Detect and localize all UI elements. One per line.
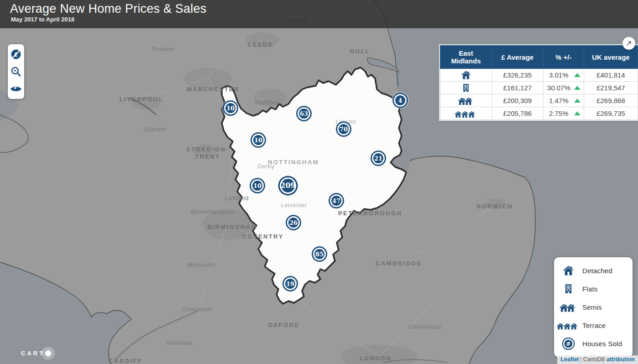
houses-sold-marker[interactable]: 47 xyxy=(330,194,343,207)
map-label-preston: Preston xyxy=(152,46,174,52)
houses-sold-marker[interactable]: 26 xyxy=(287,216,300,229)
legend-item-houses-sold: Houses Sold xyxy=(554,334,633,353)
legend-panel: Detached Flats Semis Terrace Houses Sold xyxy=(554,257,633,357)
map-label-coventry: COVENTRY xyxy=(242,233,284,240)
houses-sold-marker[interactable]: 4 xyxy=(394,94,407,107)
map-label-worcester: Worcester xyxy=(187,262,215,268)
map-label-stoke-on-: STOKE-ON- xyxy=(186,146,229,153)
map-label-norwich: NORWICH xyxy=(476,203,513,210)
legend-item-terrace: Terrace xyxy=(554,316,633,334)
marker-count: 47 xyxy=(332,198,340,204)
toggle-layers-button[interactable] xyxy=(9,82,23,96)
toggle-prices-button[interactable]: £ xyxy=(9,47,23,61)
map-label-liverpool: LIVERPOOL xyxy=(120,96,164,103)
map-label-oxford: OXFORD xyxy=(268,322,300,328)
average-price-value: £205,786 xyxy=(492,107,543,120)
flats-icon xyxy=(554,284,582,294)
map-label-london: LONDON xyxy=(360,355,392,362)
eye-icon xyxy=(10,84,22,94)
map-label-leicester: Leicester xyxy=(281,202,307,208)
legend-item-detached: Detached xyxy=(554,261,633,280)
pound-slash-icon: £ xyxy=(10,48,22,60)
legend-label: Flats xyxy=(582,285,598,293)
carto-logo-text: CART xyxy=(21,350,45,357)
uk-average-value: £219,547 xyxy=(584,82,638,94)
houses-sold-icon xyxy=(554,337,582,350)
marker-count: 21 xyxy=(374,156,382,161)
header-band: Average New Home Prices & Sales May 2017… xyxy=(0,0,638,28)
zoom-out-icon xyxy=(10,66,21,77)
houses-sold-marker[interactable]: 10 xyxy=(251,179,264,192)
houses-sold-marker[interactable]: 63 xyxy=(298,107,310,120)
marker-count: 26 xyxy=(289,220,298,226)
table-row-semis: £200,309 1.47% £269,868 xyxy=(440,94,638,107)
collapse-table-button[interactable] xyxy=(622,37,635,50)
map-label-cardiff: CARDIFF xyxy=(109,358,142,364)
uk-average-value: £269,868 xyxy=(584,94,638,107)
legend-label: Semis xyxy=(582,303,602,311)
expand-arrow-icon xyxy=(625,40,633,47)
change-value: 3.01% xyxy=(544,71,574,79)
page-subtitle: May 2017 to April 2018 xyxy=(11,16,638,23)
marker-count: 70 xyxy=(340,126,348,132)
legend-item-semis: Semis xyxy=(554,298,633,316)
houses-sold-marker[interactable]: 19 xyxy=(284,277,297,290)
page-title: Average New Home Prices & Sales xyxy=(10,2,638,16)
zoom-out-button[interactable] xyxy=(9,65,23,78)
legend-label: Houses Sold xyxy=(582,340,622,348)
price-table: East Midlands £ Average % +/- UK average… xyxy=(440,45,638,120)
flats-icon xyxy=(440,82,492,94)
map-application: YORKLEEDSHULLPrestonMANCHESTERLIVERPOOLC… xyxy=(0,0,638,364)
map-label-birmingham: BIRMINGHAM xyxy=(207,224,257,230)
houses-sold-marker[interactable]: 10 xyxy=(252,134,265,146)
marker-count: 10 xyxy=(254,137,262,143)
cartodb-text: CartoDB xyxy=(583,356,605,363)
column-header-region: East Midlands xyxy=(440,46,492,69)
map-label-manchester: MANCHESTER xyxy=(187,86,240,93)
houses-sold-marker[interactable]: 70 xyxy=(337,123,350,135)
map-label-chester: Chester xyxy=(144,126,167,133)
column-header-average: £ Average xyxy=(492,46,543,69)
average-price-value: £161,127 xyxy=(492,82,543,94)
change-value: 2.75% xyxy=(544,109,574,117)
marker-count: 63 xyxy=(300,111,308,117)
change-value: 30.07% xyxy=(544,84,574,92)
trend-up-icon xyxy=(574,99,580,103)
column-header-change: % +/- xyxy=(543,46,584,69)
table-row-detached: £326,235 3.01% £401,814 xyxy=(440,69,638,82)
semis-icon xyxy=(440,94,492,107)
attribution-link[interactable]: attribution xyxy=(607,356,635,363)
carto-logo[interactable]: CART xyxy=(21,350,51,357)
terrace-icon xyxy=(554,321,582,330)
semis-icon xyxy=(554,302,582,312)
map-label-peterborough: PETERBOROUGH xyxy=(338,210,402,217)
leaflet-link[interactable]: Leaflet xyxy=(560,356,579,363)
change-value-cell: 2.75% xyxy=(543,107,584,120)
average-price-value: £326,235 xyxy=(492,69,543,82)
change-value-cell: 1.47% xyxy=(543,94,584,107)
marker-count: 19 xyxy=(286,281,294,287)
table-header-row: East Midlands £ Average % +/- UK average xyxy=(440,46,638,69)
detached-house-icon xyxy=(440,69,492,82)
map-label-trent: TRENT xyxy=(195,153,220,160)
trend-up-icon xyxy=(574,73,580,77)
map-label-wolverhampton: Wolverhampton xyxy=(191,209,235,215)
map-label-sheffield: Sheffield xyxy=(254,99,279,106)
map-label-nottingham: NOTTINGHAM xyxy=(268,159,319,166)
marker-count: 209 xyxy=(280,182,295,189)
change-value: 1.47% xyxy=(544,97,574,104)
marker-count: 85 xyxy=(315,251,324,257)
houses-sold-marker[interactable]: 10 xyxy=(224,102,237,114)
uk-average-value: £269,735 xyxy=(584,107,638,120)
table-row-terrace: £205,786 2.75% £269,735 xyxy=(440,107,638,120)
houses-sold-marker[interactable]: 85 xyxy=(313,248,326,260)
map-label-lichfield: Lichfield xyxy=(225,195,249,202)
houses-sold-marker[interactable]: 209 xyxy=(280,177,296,194)
map-label-leeds: LEEDS xyxy=(248,41,273,48)
houses-sold-marker[interactable]: 21 xyxy=(372,152,385,165)
map-label-chelmsford: Chelmsford xyxy=(409,324,441,330)
trend-up-icon xyxy=(574,111,580,115)
uk-average-value: £401,814 xyxy=(584,69,638,82)
map-label-swansea: Swansea xyxy=(167,340,192,346)
map-attribution: Leaflet|CartoDB attribution xyxy=(557,355,638,364)
